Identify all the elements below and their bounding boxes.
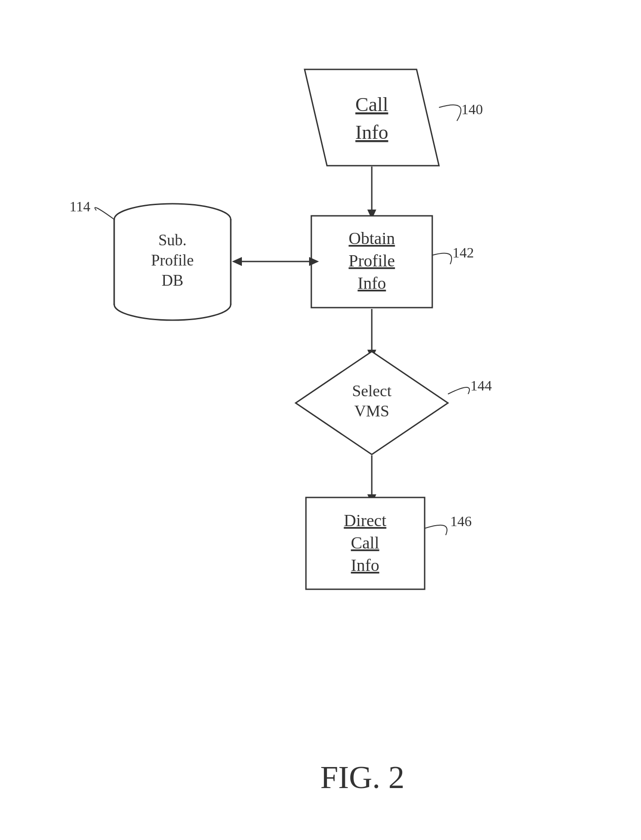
svg-marker-1 [305,69,439,166]
direct-call-info-node: Direct Call Info [306,497,425,589]
svg-text:142: 142 [452,244,474,261]
svg-text:140: 140 [461,101,483,117]
svg-text:146: 146 [450,513,472,529]
sub-profile-db-node: Sub. Profile DB [114,204,231,320]
svg-text:Obtain: Obtain [348,229,395,248]
svg-text:144: 144 [470,377,492,394]
svg-text:Info: Info [357,274,386,292]
svg-text:VMS: VMS [354,402,389,420]
svg-text:Info: Info [351,556,379,574]
svg-text:Call: Call [355,94,388,116]
obtain-profile-node: Obtain Profile Info [311,216,432,308]
svg-text:DB: DB [162,272,184,289]
fig-caption: FIG. 2 [320,759,404,795]
svg-text:Profile: Profile [348,251,395,270]
svg-text:114: 114 [69,198,90,214]
svg-text:Direct: Direct [344,511,387,530]
svg-text:Select: Select [352,382,391,400]
svg-text:Info: Info [355,121,388,143]
svg-text:Call: Call [351,533,379,552]
svg-text:Sub.: Sub. [158,231,186,249]
call-info-node: Call Info [305,69,439,166]
svg-text:Profile: Profile [151,252,194,269]
